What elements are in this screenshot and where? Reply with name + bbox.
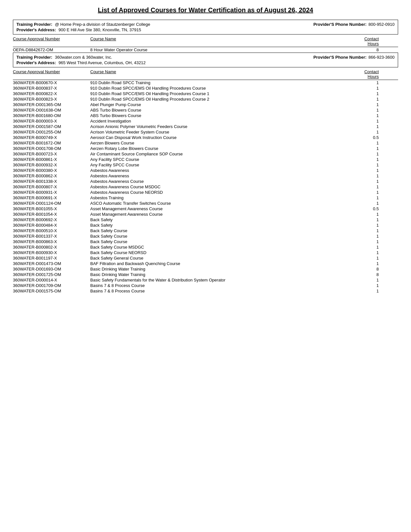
course-hours: 1	[353, 168, 398, 173]
course-name: 8 Hour Water Operator Course	[90, 47, 353, 52]
course-number: 360WATER-B000003-X	[13, 119, 90, 123]
course-hours: 1	[353, 223, 398, 228]
table-row: 360WATER-B000807-X Asbestos Awareness Co…	[13, 184, 398, 190]
course-hours: 1	[353, 146, 398, 151]
table-row: 360WATER-D001709-OM Basins 7 & 8 Process…	[13, 283, 398, 288]
course-name: 910 Dublin Road SPCC/EMS Oil Handling Pr…	[90, 91, 353, 96]
provider-box-1: Training Provider: 360water.com & 360wat…	[13, 53, 398, 67]
course-name: Any Facility SPCC Course	[90, 163, 353, 167]
course-hours: 1	[353, 239, 398, 244]
table-row: 360WATER-D001365-OM Abel Plunger Pump Co…	[13, 102, 398, 107]
table-row: 360WATER-B000380-X Asbestos Awareness 1	[13, 168, 398, 173]
phone-label: Provider'S Phone Number:	[313, 22, 367, 27]
course-hours: 0.5	[353, 135, 398, 140]
course-hours: 1	[353, 119, 398, 123]
table-row: 360WATER-D001708-OM Aerzen Rotary Lobe B…	[13, 146, 398, 151]
course-hours: 0.5	[353, 206, 398, 211]
course-hours: 1	[353, 179, 398, 184]
course-hours: 1	[353, 86, 398, 91]
course-number: 360WATER-B001054-X	[13, 212, 90, 217]
col-header-number: Course Approval Number	[13, 69, 90, 79]
course-number: 360WATER-D001638-OM	[13, 108, 90, 113]
table-row: 360WATER-D001587-OM Acrison Anionic Poly…	[13, 124, 398, 129]
course-hours: 1	[353, 163, 398, 167]
table-row: 360WATER-D001255-OM Acrison Volumetric F…	[13, 129, 398, 135]
course-name: Back Safety Course	[90, 239, 353, 244]
course-number: 360WATER-B000930-X	[13, 250, 90, 255]
course-name: Asbestos Awareness Course NEORSD	[90, 190, 353, 195]
table-row: 360WATER-B001055-X Asset Management Awar…	[13, 206, 398, 212]
table-row: OEPA-D8842672-OM 8 Hour Water Operator C…	[13, 47, 398, 53]
course-name: 910 Dublin Road SPCC Training	[90, 80, 353, 85]
course-name: Basins 7 & 8 Process Course	[90, 289, 353, 293]
course-name: Back Safety Course	[90, 228, 353, 233]
table-row: 360WATER-B000691-X Asbestos Training 1	[13, 195, 398, 201]
course-number: OEPA-D8842672-OM	[13, 47, 90, 52]
table-row: 360WATER-D001638-OM ABS Turbo Blowers Co…	[13, 107, 398, 113]
course-number: 360WATER-B000380-X	[13, 168, 90, 173]
course-hours: 1	[353, 250, 398, 255]
table-row: 360WATER-D001725-OM Basic Drinking Water…	[13, 272, 398, 277]
col-header-name: Course Name	[90, 69, 353, 79]
course-name: Basic Safety Fundamentals for the Water …	[90, 278, 353, 282]
course-hours: 1	[353, 217, 398, 222]
table-row: 360WATER-B000837-X 910 Dublin Road SPCC/…	[13, 85, 398, 91]
course-number: 360WATER-B000723-X	[13, 152, 90, 156]
course-hours: 1	[353, 289, 398, 293]
course-number: 360WATER-D001725-OM	[13, 272, 90, 277]
col-header-name: Course Name	[90, 36, 353, 46]
course-hours: 1	[353, 283, 398, 288]
table-row: 360WATER-B000861-X Any Facility SPCC Cou…	[13, 157, 398, 162]
course-hours: 1	[353, 212, 398, 217]
table-row: 360WATER-B000670-X 910 Dublin Road SPCC …	[13, 80, 398, 85]
table-row: 360WATER-B000510-X Back Safety Course 1	[13, 228, 398, 233]
course-name: ABS Turbo Blowers Course	[90, 113, 353, 118]
course-number: 360WATER-B000510-X	[13, 228, 90, 233]
course-name: Acrison Volumetric Feeder System Course	[90, 130, 353, 134]
course-hours: 1	[353, 190, 398, 195]
table-row: 360WATER-B000802-X Back Safety Course MS…	[13, 244, 398, 250]
table-row: 360WATER-D000014-X Basic Safety Fundamen…	[13, 277, 398, 283]
course-number: 360WATER-B001680-OM	[13, 113, 90, 118]
course-name: Asset Management Awareness Course	[90, 206, 353, 211]
course-number: 360WATER-B000749-X	[13, 135, 90, 140]
course-hours: 1	[353, 141, 398, 145]
course-name: Back Safety	[90, 217, 353, 222]
course-number: 360WATER-B001672-OM	[13, 141, 90, 145]
table-row: 360WATER-D001575-OM Basins 7 & 8 Process…	[13, 288, 398, 294]
provider-phone: 800-952-0910	[368, 22, 395, 27]
course-hours: 1	[353, 228, 398, 233]
section-header-1: Course Approval Number Course Name Conta…	[13, 69, 398, 80]
course-number: 360WATER-B000861-X	[13, 157, 90, 162]
phone-label: Provider'S Phone Number:	[313, 55, 367, 60]
course-number: 360WATER-D001708-OM	[13, 146, 90, 151]
course-name: 910 Dublin Road SPCC/EMS Oil Handling Pr…	[90, 97, 353, 102]
table-row: 360WATER-B000484-X Back Safety 1	[13, 222, 398, 228]
table-row: 360WATER-B001197-X Back Safety General C…	[13, 255, 398, 261]
course-name: Asbestos Training	[90, 195, 353, 200]
course-number: 360WATER-D001473-OM	[13, 261, 90, 266]
course-hours: 1	[353, 234, 398, 239]
course-hours: 1	[353, 124, 398, 129]
course-hours: 1	[353, 278, 398, 282]
provider-name: @ Home Prep-a division of Stautzenberger…	[55, 22, 311, 27]
table-row: 360WATER-B000723-X Air Contaminant Sourc…	[13, 151, 398, 157]
table-row: 360WATER-D001124-OM ASCO Automatic Trans…	[13, 201, 398, 206]
course-number: 360WATER-D000014-X	[13, 278, 90, 282]
course-name: Back Safety General Course	[90, 256, 353, 261]
course-number: 360WATER-B000691-X	[13, 195, 90, 200]
table-row: 360WATER-B001054-X Asset Management Awar…	[13, 212, 398, 217]
address-label: Provider's Address:	[16, 60, 56, 65]
table-row: 360WATER-B000931-X Asbestos Awareness Co…	[13, 190, 398, 195]
course-name: Basins 7 & 8 Process Course	[90, 283, 353, 288]
page-title: List of Approved Courses for Water Certi…	[13, 6, 398, 14]
table-row: 360WATER-B001338-X Asbestos Awareness Co…	[13, 179, 398, 184]
table-row: 360WATER-D001473-OM BAF Filtration and B…	[13, 261, 398, 266]
course-name: Basic Drinking Water Training	[90, 267, 353, 271]
address-label: Provider's Address:	[16, 27, 56, 32]
table-row: 360WATER-D001693-OM Basic Drinking Water…	[13, 266, 398, 272]
course-name: Aerzen Rotary Lobe Blowers Course	[90, 146, 353, 151]
course-hours: 1	[353, 113, 398, 118]
course-name: 910 Dublin Road SPCC/EMS Oil Handling Pr…	[90, 86, 353, 91]
table-row: 360WATER-B000863-X Back Safety Course 1	[13, 239, 398, 244]
